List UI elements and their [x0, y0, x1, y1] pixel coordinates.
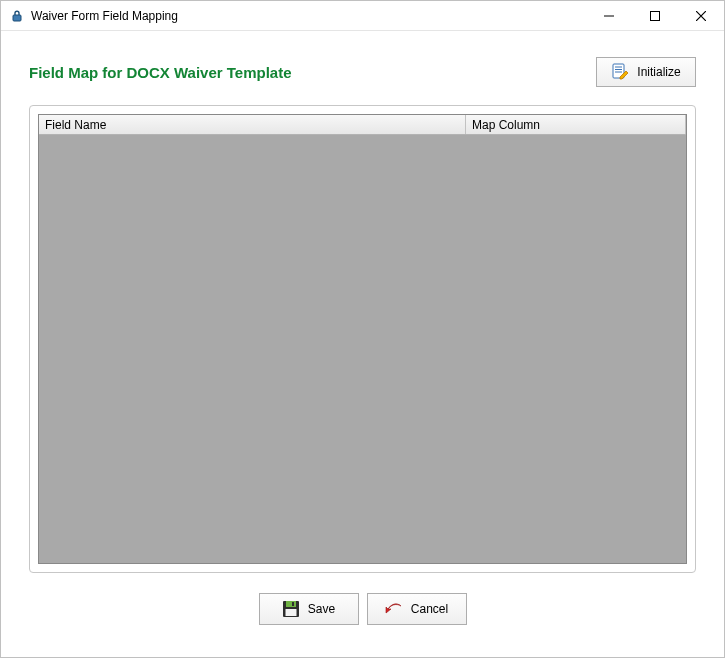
- maximize-button[interactable]: [632, 1, 678, 30]
- minimize-button[interactable]: [586, 1, 632, 30]
- svg-rect-0: [13, 15, 21, 21]
- window-title: Waiver Form Field Mapping: [31, 9, 178, 23]
- document-edit-icon: [611, 63, 629, 81]
- save-button[interactable]: Save: [259, 593, 359, 625]
- window-controls: [586, 1, 724, 30]
- initialize-button-label: Initialize: [637, 65, 680, 79]
- initialize-button[interactable]: Initialize: [596, 57, 696, 87]
- svg-rect-8: [292, 602, 294, 606]
- header-row: Field Map for DOCX Waiver Template Initi…: [29, 57, 696, 87]
- field-map-grid[interactable]: Field Name Map Column: [38, 114, 687, 564]
- grid-header-row: Field Name Map Column: [39, 115, 686, 135]
- grid-body: [39, 135, 686, 563]
- column-header-field-name[interactable]: Field Name: [39, 115, 466, 134]
- page-title: Field Map for DOCX Waiver Template: [29, 64, 292, 81]
- close-button[interactable]: [678, 1, 724, 30]
- column-header-map-column[interactable]: Map Column: [466, 115, 686, 134]
- grid-panel: Field Name Map Column: [29, 105, 696, 573]
- lock-icon: [9, 8, 25, 24]
- svg-rect-1: [651, 11, 660, 20]
- save-button-label: Save: [308, 602, 335, 616]
- titlebar: Waiver Form Field Mapping: [1, 1, 724, 31]
- floppy-disk-icon: [282, 600, 300, 618]
- cancel-button[interactable]: Cancel: [367, 593, 467, 625]
- undo-arrow-icon: [385, 600, 403, 618]
- svg-rect-7: [286, 601, 296, 607]
- dialog-window: Waiver Form Field Mapping Field Map for …: [0, 0, 725, 658]
- cancel-button-label: Cancel: [411, 602, 448, 616]
- svg-rect-9: [285, 609, 296, 616]
- footer-buttons: Save Cancel: [29, 593, 696, 643]
- content-area: Field Map for DOCX Waiver Template Initi…: [1, 31, 724, 657]
